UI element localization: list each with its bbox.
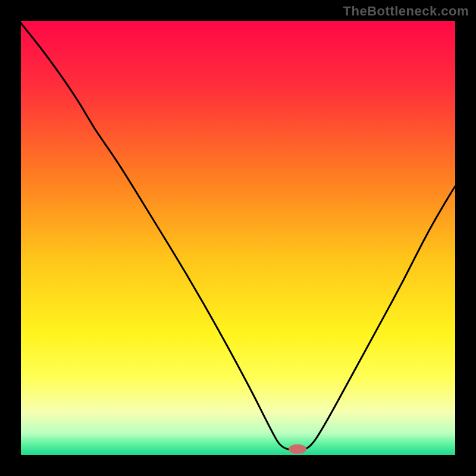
bottleneck-marker: [289, 444, 306, 454]
chart-frame: TheBottleneck.com: [0, 0, 476, 476]
bottleneck-chart: [0, 0, 476, 476]
watermark-label: TheBottleneck.com: [343, 4, 469, 19]
plot-area: [21, 21, 455, 455]
